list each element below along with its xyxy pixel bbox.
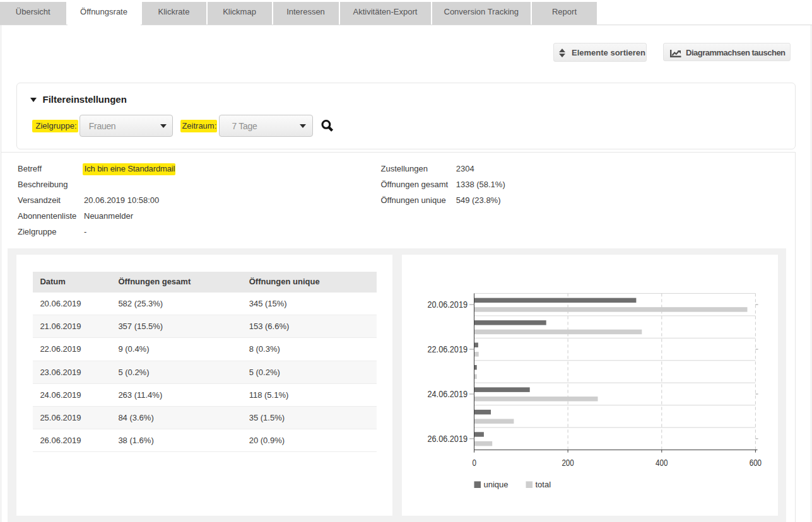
svg-text:24.06.2019: 24.06.2019 xyxy=(428,389,468,399)
svg-text:400: 400 xyxy=(656,458,668,468)
svg-text:26.06.2019: 26.06.2019 xyxy=(428,434,468,444)
svg-text:200: 200 xyxy=(562,458,574,468)
svg-text:0: 0 xyxy=(473,458,477,468)
svg-text:600: 600 xyxy=(750,458,762,468)
svg-text:unique: unique xyxy=(484,480,509,489)
svg-text:20.06.2019: 20.06.2019 xyxy=(428,299,468,310)
svg-text:22.06.2019: 22.06.2019 xyxy=(428,344,468,354)
svg-text:total: total xyxy=(536,480,551,489)
